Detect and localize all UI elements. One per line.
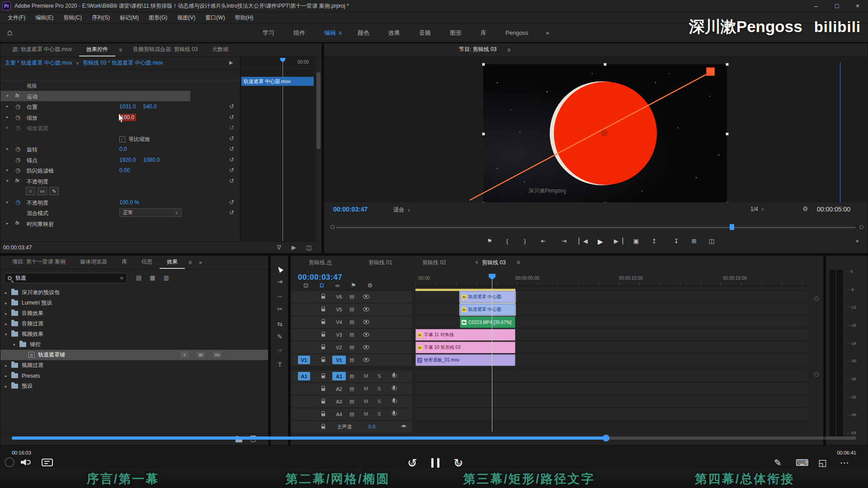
chevron-right-icon[interactable]: ▸: [5, 384, 7, 389]
lift-icon[interactable]: ↥: [648, 238, 660, 244]
stopwatch-icon[interactable]: ◷: [15, 156, 20, 163]
track-output-eye-icon[interactable]: [363, 295, 369, 299]
workspace-tab-libraries[interactable]: 库: [471, 29, 496, 37]
menu-help[interactable]: 帮助(H): [230, 14, 259, 22]
workspace-tab-pengoss[interactable]: Pengoss: [496, 29, 538, 36]
ripple-edit-tool-icon[interactable]: ↔: [271, 290, 289, 301]
program-playhead-marker[interactable]: [730, 224, 734, 230]
linked-selection-icon[interactable]: ∞: [335, 282, 340, 289]
workspace-tab-learning[interactable]: 学习: [253, 29, 284, 37]
selection-handle[interactable]: [726, 202, 729, 202]
track-output-eye-icon[interactable]: [363, 307, 369, 311]
sync-lock-icon[interactable]: ▤: [349, 332, 354, 338]
close-tab-icon[interactable]: ×: [475, 259, 478, 266]
timeline-scrollbar-dot[interactable]: [814, 296, 819, 301]
panel-menu-icon[interactable]: ≡: [517, 256, 520, 269]
mute-button[interactable]: M: [364, 411, 368, 417]
menu-edit[interactable]: 编辑(E): [30, 14, 58, 22]
stopwatch-icon[interactable]: ◷: [15, 145, 20, 152]
track-name[interactable]: A3: [332, 397, 346, 406]
lock-icon[interactable]: [321, 334, 325, 337]
filter-properties-icon[interactable]: ∇: [277, 244, 281, 251]
maximize-button[interactable]: □: [826, 0, 847, 12]
tree-item-audio-transitions[interactable]: ▸ 音频过渡: [0, 319, 268, 329]
lock-icon[interactable]: [321, 309, 325, 311]
anchor-y-value[interactable]: 1080.0: [143, 157, 160, 163]
position-y-value[interactable]: 540.0: [143, 103, 157, 110]
track-lane[interactable]: [415, 383, 808, 395]
reset-icon[interactable]: ↺: [229, 114, 234, 121]
sync-lock-icon[interactable]: ▤: [349, 399, 354, 404]
track-lane[interactable]: [415, 408, 808, 420]
scrubber-handle-right[interactable]: [859, 225, 863, 229]
panel-menu-icon[interactable]: ≡: [185, 256, 195, 269]
button-editor-icon[interactable]: ⊞: [688, 238, 700, 244]
selection-handle[interactable]: [482, 63, 485, 66]
minimize-button[interactable]: –: [806, 0, 826, 12]
position-x-value[interactable]: 1031.0: [119, 103, 136, 110]
program-timecode[interactable]: 00:00:03:47: [333, 206, 368, 213]
fit-zoom-dropdown[interactable]: 适合 ∨: [393, 206, 410, 214]
menu-clip[interactable]: 剪辑(C): [58, 14, 87, 22]
track-lane[interactable]: [415, 371, 808, 382]
voiceover-mic-icon[interactable]: [393, 385, 395, 389]
show-timeline-view-button[interactable]: ▶: [229, 60, 233, 66]
exit-fullscreen-icon[interactable]: ◱: [818, 457, 827, 468]
property-row-rotation[interactable]: ▸ ◷ 旋转 0.0 ↺: [0, 144, 240, 155]
track-lane[interactable]: [415, 396, 808, 408]
lock-icon[interactable]: [321, 347, 325, 349]
rectangle-mask-icon[interactable]: ▭: [38, 187, 47, 195]
master-volume-value[interactable]: 0.0: [368, 424, 375, 429]
reset-icon[interactable]: ↺: [229, 135, 234, 142]
workspace-tab-effects[interactable]: 效果: [379, 29, 410, 37]
uniform-scale-checkbox[interactable]: ✓: [119, 136, 125, 142]
tree-item-preset-pack[interactable]: ▸ 深川漱的预设包: [0, 287, 268, 298]
chevron-down-icon[interactable]: ▾: [13, 343, 15, 347]
workspace-overflow-icon[interactable]: »: [538, 29, 557, 36]
sync-lock-icon[interactable]: ▤: [349, 357, 354, 363]
chevron-right-icon[interactable]: ▸: [6, 115, 9, 119]
rotation-value[interactable]: 0.0: [119, 146, 127, 152]
hand-tool-icon[interactable]: ☞: [271, 345, 289, 357]
reset-icon[interactable]: ↺: [229, 156, 234, 163]
snap-magnet-icon[interactable]: Ω: [320, 282, 324, 289]
workspace-menu-icon[interactable]: ≡: [339, 30, 342, 36]
tab-sequence-all[interactable]: 剪辑线 总: [309, 256, 332, 269]
mute-button[interactable]: M: [364, 373, 368, 379]
chevron-down-icon[interactable]: ▾: [6, 178, 9, 183]
export-frame-icon[interactable]: ▣: [630, 238, 642, 244]
property-row-position[interactable]: ▸ ◷ 位置 1031.0 540.0 ↺: [0, 101, 240, 112]
effect-row-time-remap[interactable]: ▸ fx 时间重映射: [0, 218, 240, 229]
chevron-right-icon[interactable]: ▸: [5, 291, 7, 295]
tab-program-monitor[interactable]: 节目: 剪辑线 03: [452, 43, 504, 56]
tab-overflow-icon[interactable]: »: [195, 256, 206, 269]
clip-v1[interactable]: ◫ 快剪底板_01.mov: [415, 354, 515, 366]
effect-row-motion[interactable]: ▾ fx 运动: [0, 91, 240, 102]
tab-effect-controls[interactable]: 效果控件: [79, 43, 115, 56]
menu-view[interactable]: 视图(V): [172, 14, 200, 22]
property-row-blend-mode[interactable]: 混合模式 正常 ∨ ↺: [0, 207, 240, 218]
selection-handle[interactable]: [726, 63, 729, 66]
selection-handle[interactable]: [482, 202, 485, 202]
timeline-scrollbar-dot[interactable]: [814, 372, 819, 377]
transform-handle[interactable]: [706, 67, 715, 76]
razor-tool-icon[interactable]: ✂: [271, 303, 289, 315]
track-select-tool-icon[interactable]: ⇥: [271, 276, 289, 287]
sync-lock-icon[interactable]: ▤: [349, 386, 354, 392]
mark-out-icon[interactable]: }: [519, 238, 531, 244]
voiceover-mic-icon[interactable]: [393, 411, 395, 415]
lock-icon[interactable]: [321, 413, 325, 416]
lock-icon[interactable]: [321, 321, 325, 324]
stopwatch-icon[interactable]: ◷: [15, 167, 20, 174]
chevron-right-icon[interactable]: ▸: [5, 374, 7, 378]
opacity-value[interactable]: 100.0 %: [119, 199, 139, 206]
solo-button[interactable]: S: [377, 373, 381, 379]
lock-icon[interactable]: [321, 296, 325, 299]
reset-icon[interactable]: ↺: [229, 103, 234, 110]
track-name[interactable]: A4: [332, 410, 346, 418]
menu-graphics[interactable]: 图形(G): [144, 14, 172, 22]
new-custom-bin-icon[interactable]: ▤: [136, 274, 142, 281]
add-button-icon[interactable]: +: [851, 238, 863, 244]
tab-media-browser[interactable]: 媒体浏览器: [73, 256, 114, 269]
tree-item-presets[interactable]: ▸ Presets: [0, 371, 268, 381]
